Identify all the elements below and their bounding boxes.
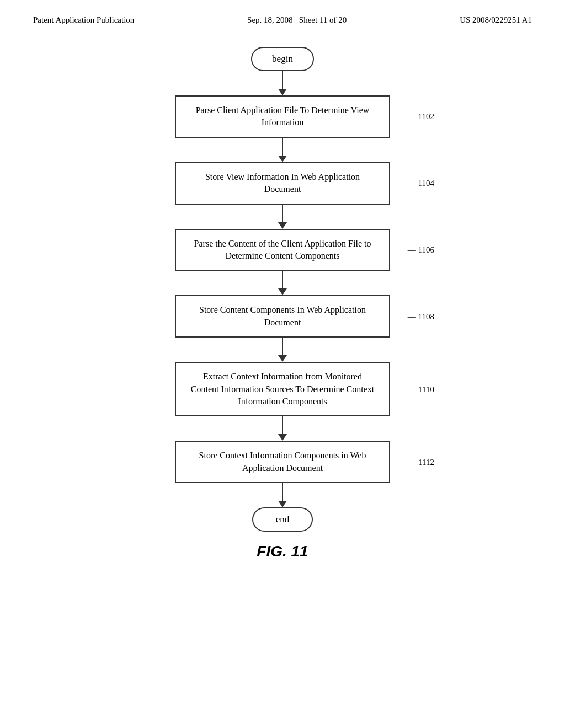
- arrow-5: [278, 416, 287, 441]
- arrow-2: [278, 205, 287, 229]
- step-1108-label: 1108: [408, 312, 434, 321]
- step-1112-wrapper: Store Context Information Components in …: [175, 441, 390, 483]
- header-middle: Sep. 18, 2008 Sheet 11 of 20: [247, 15, 347, 25]
- step-1102-wrapper: Parse Client Application File To Determi…: [175, 95, 390, 138]
- sheet-info: Sheet 11 of 20: [299, 15, 347, 24]
- begin-terminal: begin: [251, 47, 314, 71]
- page-header: Patent Application Publication Sep. 18, …: [0, 0, 565, 25]
- step-1106-box: Parse the Content of the Client Applicat…: [175, 229, 390, 271]
- begin-wrapper: begin: [251, 47, 314, 71]
- step-1108-wrapper: Store Content Components In Web Applicat…: [175, 295, 390, 338]
- arrow-0: [278, 71, 287, 95]
- step-1108-box: Store Content Components In Web Applicat…: [175, 295, 390, 338]
- step-1104-box: Store View Information In Web Applicatio…: [175, 162, 390, 205]
- end-terminal: end: [252, 507, 313, 532]
- header-right: US 2008/0229251 A1: [460, 15, 532, 25]
- step-1104-wrapper: Store View Information In Web Applicatio…: [175, 162, 390, 205]
- figure-caption: FIG. 11: [0, 543, 565, 560]
- step-1110-box: Extract Context Information from Monitor…: [175, 362, 390, 416]
- arrow-4: [278, 338, 287, 362]
- step-1110-wrapper: Extract Context Information from Monitor…: [175, 362, 390, 416]
- end-wrapper: end: [252, 507, 313, 532]
- step-1102-box: Parse Client Application File To Determi…: [175, 95, 390, 138]
- step-1110-label: 1110: [408, 384, 434, 394]
- flowchart: begin Parse Client Application File To D…: [0, 47, 565, 532]
- header-left: Patent Application Publication: [33, 15, 134, 25]
- step-1102-label: 1102: [408, 112, 434, 121]
- arrow-3: [278, 271, 287, 295]
- step-1106-label: 1106: [408, 245, 434, 254]
- arrow-6: [278, 483, 287, 507]
- arrow-1: [278, 138, 287, 162]
- step-1104-label: 1104: [408, 179, 434, 188]
- step-1112-label: 1112: [408, 457, 434, 467]
- step-1106-wrapper: Parse the Content of the Client Applicat…: [175, 229, 390, 271]
- step-1112-box: Store Context Information Components in …: [175, 441, 390, 483]
